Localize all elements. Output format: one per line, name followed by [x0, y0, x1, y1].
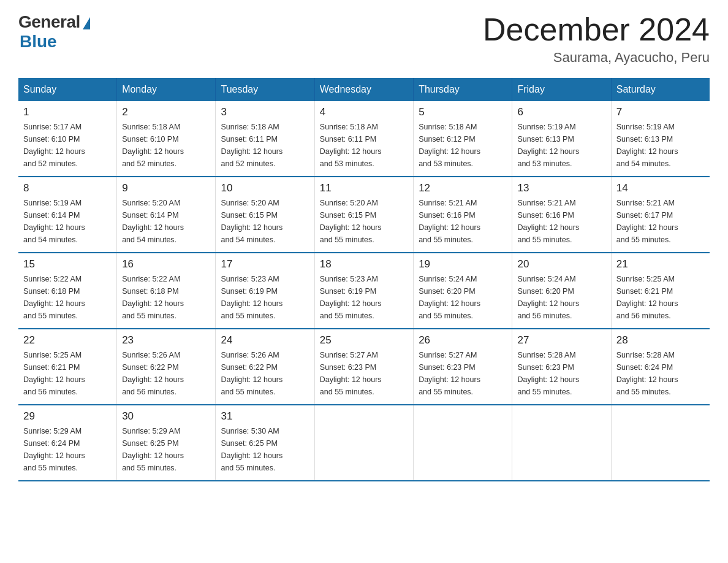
calendar-cell: 2 Sunrise: 5:18 AM Sunset: 6:10 PM Dayli…: [117, 101, 216, 177]
day-info: Sunrise: 5:28 AM Sunset: 6:24 PM Dayligh…: [616, 349, 705, 398]
calendar-week-3: 15 Sunrise: 5:22 AM Sunset: 6:18 PM Dayl…: [18, 253, 710, 329]
calendar-cell: 11 Sunrise: 5:20 AM Sunset: 6:15 PM Dayl…: [314, 177, 413, 253]
month-title: December 2024: [483, 12, 710, 47]
day-number: 15: [23, 258, 112, 270]
day-info: Sunrise: 5:22 AM Sunset: 6:18 PM Dayligh…: [23, 273, 112, 322]
day-number: 24: [221, 334, 309, 347]
calendar-cell: 18 Sunrise: 5:23 AM Sunset: 6:19 PM Dayl…: [314, 253, 413, 329]
calendar-cell: 29 Sunrise: 5:29 AM Sunset: 6:24 PM Dayl…: [18, 405, 117, 481]
calendar-cell: 20 Sunrise: 5:24 AM Sunset: 6:20 PM Dayl…: [512, 253, 611, 329]
calendar-cell: 25 Sunrise: 5:27 AM Sunset: 6:23 PM Dayl…: [314, 329, 413, 405]
calendar-cell: 12 Sunrise: 5:21 AM Sunset: 6:16 PM Dayl…: [414, 177, 512, 253]
calendar-cell: 4 Sunrise: 5:18 AM Sunset: 6:11 PM Dayli…: [314, 101, 413, 177]
day-info: Sunrise: 5:27 AM Sunset: 6:23 PM Dayligh…: [320, 349, 408, 398]
day-info: Sunrise: 5:21 AM Sunset: 6:16 PM Dayligh…: [419, 197, 507, 246]
day-info: Sunrise: 5:27 AM Sunset: 6:23 PM Dayligh…: [419, 349, 507, 398]
page-header: General Blue December 2024 Saurama, Ayac…: [18, 12, 710, 66]
day-info: Sunrise: 5:18 AM Sunset: 6:10 PM Dayligh…: [122, 121, 210, 170]
day-number: 25: [320, 334, 408, 347]
header-friday: Friday: [512, 78, 611, 101]
calendar-cell: 15 Sunrise: 5:22 AM Sunset: 6:18 PM Dayl…: [18, 253, 117, 329]
calendar-cell: 13 Sunrise: 5:21 AM Sunset: 6:16 PM Dayl…: [512, 177, 611, 253]
day-info: Sunrise: 5:18 AM Sunset: 6:12 PM Dayligh…: [419, 121, 507, 170]
calendar-cell: 24 Sunrise: 5:26 AM Sunset: 6:22 PM Dayl…: [216, 329, 314, 405]
day-number: 8: [23, 182, 112, 194]
day-info: Sunrise: 5:29 AM Sunset: 6:25 PM Dayligh…: [122, 425, 210, 474]
calendar-cell: 30 Sunrise: 5:29 AM Sunset: 6:25 PM Dayl…: [117, 405, 216, 481]
day-info: Sunrise: 5:25 AM Sunset: 6:21 PM Dayligh…: [616, 273, 705, 322]
day-number: 20: [517, 258, 605, 270]
day-number: 18: [320, 258, 408, 270]
header-saturday: Saturday: [611, 78, 710, 101]
day-number: 23: [122, 334, 210, 347]
calendar-cell: 5 Sunrise: 5:18 AM Sunset: 6:12 PM Dayli…: [414, 101, 512, 177]
day-number: 26: [419, 334, 507, 347]
day-number: 22: [23, 334, 112, 347]
logo-general-text: General: [18, 12, 80, 32]
header-tuesday: Tuesday: [216, 78, 314, 101]
calendar-cell: 7 Sunrise: 5:19 AM Sunset: 6:13 PM Dayli…: [611, 101, 710, 177]
calendar-week-5: 29 Sunrise: 5:29 AM Sunset: 6:24 PM Dayl…: [18, 405, 710, 481]
day-number: 10: [221, 182, 309, 194]
calendar-week-2: 8 Sunrise: 5:19 AM Sunset: 6:14 PM Dayli…: [18, 177, 710, 253]
calendar-cell: 3 Sunrise: 5:18 AM Sunset: 6:11 PM Dayli…: [216, 101, 314, 177]
day-info: Sunrise: 5:19 AM Sunset: 6:14 PM Dayligh…: [23, 197, 112, 246]
day-info: Sunrise: 5:24 AM Sunset: 6:20 PM Dayligh…: [517, 273, 605, 322]
day-info: Sunrise: 5:18 AM Sunset: 6:11 PM Dayligh…: [221, 121, 309, 170]
day-info: Sunrise: 5:26 AM Sunset: 6:22 PM Dayligh…: [221, 349, 309, 398]
calendar-cell: 16 Sunrise: 5:22 AM Sunset: 6:18 PM Dayl…: [117, 253, 216, 329]
calendar-cell: 6 Sunrise: 5:19 AM Sunset: 6:13 PM Dayli…: [512, 101, 611, 177]
day-info: Sunrise: 5:21 AM Sunset: 6:17 PM Dayligh…: [616, 197, 705, 246]
calendar-cell: 28 Sunrise: 5:28 AM Sunset: 6:24 PM Dayl…: [611, 329, 710, 405]
day-info: Sunrise: 5:28 AM Sunset: 6:23 PM Dayligh…: [517, 349, 605, 398]
calendar-cell: 10 Sunrise: 5:20 AM Sunset: 6:15 PM Dayl…: [216, 177, 314, 253]
logo-blue-text: Blue: [20, 32, 57, 52]
calendar-cell: [414, 405, 512, 481]
day-number: 5: [419, 106, 507, 118]
calendar-header-row: SundayMondayTuesdayWednesdayThursdayFrid…: [18, 78, 710, 101]
title-section: December 2024 Saurama, Ayacucho, Peru: [483, 12, 710, 66]
day-info: Sunrise: 5:20 AM Sunset: 6:14 PM Dayligh…: [122, 197, 210, 246]
day-info: Sunrise: 5:23 AM Sunset: 6:19 PM Dayligh…: [320, 273, 408, 322]
day-number: 9: [122, 182, 210, 194]
day-info: Sunrise: 5:30 AM Sunset: 6:25 PM Dayligh…: [221, 425, 309, 474]
day-number: 17: [221, 258, 309, 270]
day-info: Sunrise: 5:20 AM Sunset: 6:15 PM Dayligh…: [221, 197, 309, 246]
day-info: Sunrise: 5:23 AM Sunset: 6:19 PM Dayligh…: [221, 273, 309, 322]
calendar-cell: [611, 405, 710, 481]
day-number: 19: [419, 258, 507, 270]
calendar-week-1: 1 Sunrise: 5:17 AM Sunset: 6:10 PM Dayli…: [18, 101, 710, 177]
day-number: 4: [320, 106, 408, 118]
day-number: 21: [616, 258, 705, 270]
calendar-cell: 26 Sunrise: 5:27 AM Sunset: 6:23 PM Dayl…: [414, 329, 512, 405]
day-number: 29: [23, 410, 112, 423]
header-thursday: Thursday: [414, 78, 512, 101]
day-info: Sunrise: 5:19 AM Sunset: 6:13 PM Dayligh…: [517, 121, 605, 170]
calendar-cell: [314, 405, 413, 481]
day-info: Sunrise: 5:17 AM Sunset: 6:10 PM Dayligh…: [23, 121, 112, 170]
location-title: Saurama, Ayacucho, Peru: [483, 50, 710, 66]
day-info: Sunrise: 5:18 AM Sunset: 6:11 PM Dayligh…: [320, 121, 408, 170]
calendar-cell: 8 Sunrise: 5:19 AM Sunset: 6:14 PM Dayli…: [18, 177, 117, 253]
calendar-cell: 31 Sunrise: 5:30 AM Sunset: 6:25 PM Dayl…: [216, 405, 314, 481]
calendar-cell: 21 Sunrise: 5:25 AM Sunset: 6:21 PM Dayl…: [611, 253, 710, 329]
header-sunday: Sunday: [18, 78, 117, 101]
day-number: 27: [517, 334, 605, 347]
day-number: 12: [419, 182, 507, 194]
calendar-week-4: 22 Sunrise: 5:25 AM Sunset: 6:21 PM Dayl…: [18, 329, 710, 405]
header-wednesday: Wednesday: [314, 78, 413, 101]
day-info: Sunrise: 5:19 AM Sunset: 6:13 PM Dayligh…: [616, 121, 705, 170]
day-number: 30: [122, 410, 210, 423]
day-number: 2: [122, 106, 210, 118]
header-monday: Monday: [117, 78, 216, 101]
calendar-table: SundayMondayTuesdayWednesdayThursdayFrid…: [18, 78, 710, 481]
day-info: Sunrise: 5:21 AM Sunset: 6:16 PM Dayligh…: [517, 197, 605, 246]
day-number: 3: [221, 106, 309, 118]
day-info: Sunrise: 5:29 AM Sunset: 6:24 PM Dayligh…: [23, 425, 112, 474]
day-number: 14: [616, 182, 705, 194]
calendar-cell: 22 Sunrise: 5:25 AM Sunset: 6:21 PM Dayl…: [18, 329, 117, 405]
day-number: 11: [320, 182, 408, 194]
day-number: 6: [517, 106, 605, 118]
day-number: 28: [616, 334, 705, 347]
day-number: 1: [23, 106, 112, 118]
